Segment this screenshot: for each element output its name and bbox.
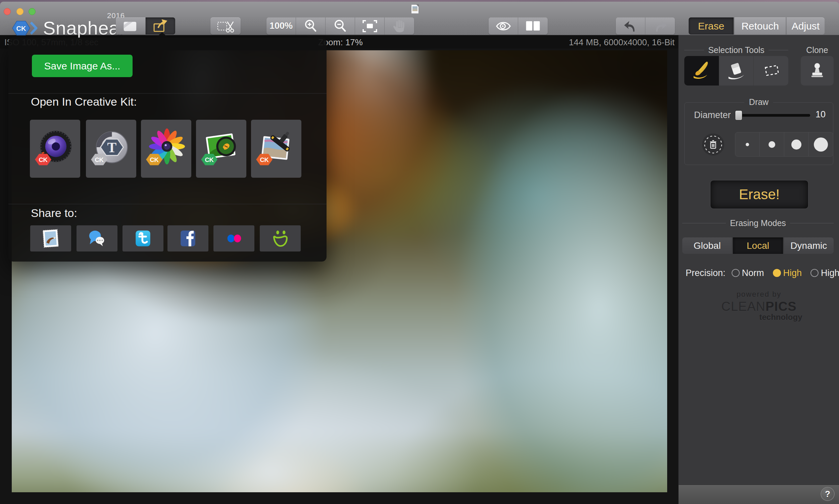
radio-circle (732, 269, 740, 277)
share-flickr-button[interactable] (213, 226, 255, 252)
precision-highest-radio[interactable]: Highest (810, 268, 839, 278)
cleanpics-branding: powered by CLEANPICS technology (679, 290, 839, 322)
tab-erase[interactable]: Erase (689, 17, 734, 35)
crop-button[interactable] (210, 17, 241, 35)
zoom-controls: 100% (266, 17, 414, 35)
open-in-snapheal-button[interactable]: CK (196, 120, 246, 178)
facebook-icon (178, 229, 198, 248)
redo-icon (652, 19, 668, 34)
diameter-slider[interactable] (736, 114, 810, 117)
erasing-modes-segmented: Global Local Dynamic (682, 237, 834, 254)
mode-dynamic-button[interactable]: Dynamic (784, 237, 834, 254)
clone-stamp-button[interactable] (801, 56, 834, 86)
share-to-label: Share to: (31, 206, 77, 220)
erasing-modes-header: Erasing Modes (682, 218, 834, 228)
split-view-button[interactable] (518, 17, 548, 35)
lasso-icon (761, 60, 782, 81)
diameter-slider-thumb[interactable] (735, 110, 742, 120)
app-title: Snapheal (43, 17, 124, 39)
document-proxy-icon[interactable] (411, 4, 419, 14)
mode-global-button[interactable]: Global (682, 237, 732, 254)
precision-high-radio[interactable]: High (773, 268, 802, 278)
twitter-icon (133, 229, 153, 248)
eraser-tool-button[interactable] (719, 56, 754, 86)
fit-screen-icon (361, 18, 379, 34)
radio-circle (773, 269, 781, 277)
mode-local-button[interactable]: Local (733, 237, 783, 254)
smugmug-icon (270, 228, 290, 249)
precision-norm-radio[interactable]: Norm (732, 268, 764, 278)
export-popover: Save Image As... Open In Creative Kit: C… (8, 38, 327, 262)
technology-text: technology (679, 312, 839, 322)
fit-screen-button[interactable] (355, 17, 385, 35)
svg-text:CK: CK (39, 156, 48, 163)
tab-adjust-label: Adjust (792, 20, 820, 32)
sidebar-footer: ? (679, 485, 839, 504)
pan-hand-icon (392, 18, 407, 34)
preview-original-button[interactable] (489, 17, 518, 35)
selection-tools-header: Selection Tools (684, 45, 788, 55)
eraser-icon (726, 60, 747, 81)
selection-tools-label: Selection Tools (704, 45, 769, 55)
open-in-tonality-button[interactable]: T CK (86, 120, 136, 178)
brush-size-small-button[interactable] (735, 132, 760, 156)
undo-button[interactable] (616, 17, 645, 35)
creative-kit-logo-icon: CK (12, 18, 38, 38)
clear-selection-button[interactable] (702, 133, 724, 156)
share-mail-button[interactable] (30, 226, 71, 252)
brush-size-medium-button[interactable] (760, 132, 784, 156)
fullscreen-button[interactable] (29, 8, 36, 15)
tab-adjust[interactable]: Adjust (787, 17, 825, 35)
svg-text:CK: CK (150, 156, 159, 163)
pan-hand-button[interactable] (385, 17, 414, 35)
zoom-in-button[interactable] (296, 17, 326, 35)
brand-bold: PICS (766, 300, 797, 313)
erase-action-button[interactable]: Erase! (710, 180, 808, 209)
tab-retouch[interactable]: Retouch (735, 17, 786, 35)
minimize-button[interactable] (16, 8, 23, 15)
toolbar: CK Snapheal 2016 (0, 2, 839, 35)
save-image-as-button[interactable]: Save Image As... (32, 55, 133, 77)
cleanpics-logo: CLEANPICS (679, 300, 839, 314)
share-messages-button[interactable] (76, 226, 118, 252)
erasing-modes-label: Erasing Modes (726, 218, 790, 228)
close-button[interactable] (4, 8, 11, 15)
brush-icon (691, 60, 712, 81)
brush-size-xlarge-button[interactable] (809, 132, 833, 156)
lasso-tool-button[interactable] (754, 56, 788, 86)
share-facebook-button[interactable] (168, 226, 208, 252)
zoom-level-button[interactable]: 100% (266, 17, 296, 35)
noiseless-ck-icon: CK (256, 128, 297, 169)
share-smugmug-button[interactable] (260, 226, 301, 252)
sidebar: Selection Tools Clone (678, 35, 839, 504)
precision-label: Precision: (686, 268, 726, 278)
popover-divider (8, 93, 327, 93)
open-in-fx-photo-studio-button[interactable]: CK (141, 120, 191, 178)
save-image-as-label: Save Image As... (44, 60, 121, 72)
snapheal-window: ISO 100, 57mm, 1/8 sec Zoom: 17% 144 MB,… (0, 0, 839, 504)
help-button[interactable]: ? (821, 487, 835, 501)
brush-size-presets (735, 132, 833, 157)
svg-text:CK: CK (260, 156, 269, 163)
fx-photo-studio-ck-icon: CK (146, 128, 187, 169)
open-in-intensify-button[interactable]: CK (30, 120, 80, 178)
open-in-noiseless-button[interactable]: CK (251, 120, 301, 178)
powered-by-text: powered by (679, 290, 839, 299)
brush-size-large-button[interactable] (784, 132, 809, 156)
precision-norm-label: Norm (742, 268, 764, 278)
open-image-button[interactable] (116, 17, 145, 35)
split-view-icon (524, 19, 542, 33)
image-info: 144 MB, 6000x4000, 16-Bit (569, 37, 675, 48)
brand-light: CLEAN (721, 300, 766, 313)
intensify-ck-icon: CK (35, 128, 75, 169)
zoom-level-label: 100% (269, 21, 293, 31)
popover-arrow (156, 32, 168, 38)
logo-badge: CK (16, 25, 26, 32)
svg-text:T: T (107, 140, 117, 155)
mode-local-label: Local (747, 240, 769, 251)
zoom-out-button[interactable] (326, 17, 355, 35)
brush-tool-button[interactable] (684, 56, 719, 86)
share-twitter-button[interactable] (122, 226, 163, 252)
redo-button[interactable] (645, 17, 675, 35)
draw-section: Draw Diameter 10 (684, 102, 833, 165)
